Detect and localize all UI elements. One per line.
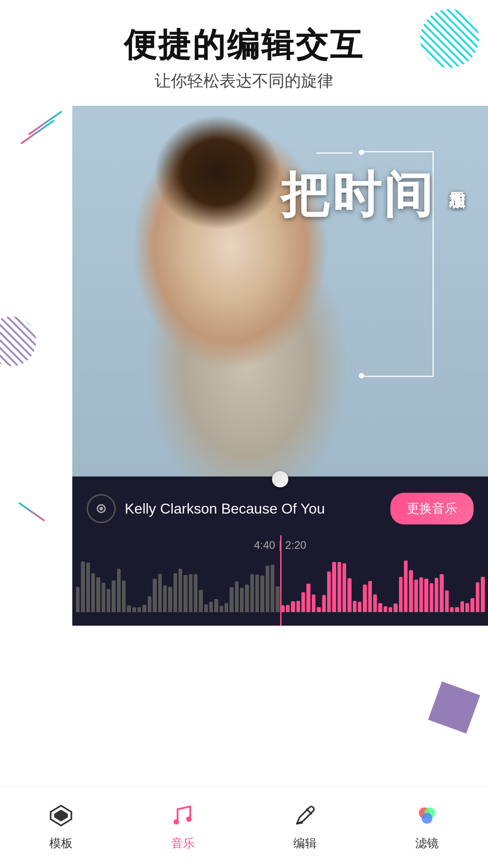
waveform-bar [465,603,469,612]
waveform-bar [132,607,136,612]
waveform-bar [81,561,84,612]
waveform-bar [225,603,228,612]
waveform-bar [260,576,264,612]
nav-label-template: 模板 [49,835,73,851]
waveform-bar [373,594,377,612]
waveform-bar [174,573,177,612]
waveform-bar [214,599,218,613]
waveform-bar [189,574,192,612]
bracket-dot-bottom [359,373,364,378]
bottom-nav: 模板 音乐 编辑 [0,787,488,868]
waveform-bar [158,574,162,612]
waveform-bar [96,577,100,612]
waveform-bar [399,577,403,613]
waveform-bar [301,592,305,612]
waveform-bar [107,589,110,612]
waveform-bar [455,607,459,612]
main-content: 把时间 放在相册里 Kelly Clarkson Because Of You … [0,106,488,626]
music-title: Kelly Clarkson Because Of You [125,500,381,517]
waveform-bar [445,590,449,612]
music-disc-icon [87,494,116,523]
waveform-bar [312,594,315,612]
svg-point-11 [422,813,432,824]
waveform-bar [332,562,336,612]
waveform-bar [317,607,320,612]
scrubber-area[interactable] [72,476,488,482]
nav-label-music: 音乐 [171,835,195,851]
deco-purple-square [428,681,480,733]
waveform-bar [127,605,131,612]
waveform-bar [378,603,382,612]
timestamp-left: 4:40 [254,539,275,552]
waveform-bar [409,570,413,612]
waveform-bar [368,581,372,612]
waveform-bar [435,578,438,612]
photo-text-main: 把时间 [281,169,435,220]
music-icon [171,804,195,831]
waveform-bar [266,566,269,612]
waveform-bar [430,583,433,612]
waveform-bar [353,601,357,613]
waveform-bar [419,577,423,612]
waveform-bar [163,585,167,612]
bracket-line-top [316,152,352,154]
waveform-bar [271,565,274,612]
waveform-bar [306,584,310,612]
waveform-bar [194,574,197,612]
waveform-bar [91,573,95,612]
page-subtitle: 让你轻松表达不同的旋律 [0,70,488,92]
waveform-bar [86,562,90,613]
nav-item-filter[interactable]: 滤镜 [366,797,488,859]
timestamp-right: 2:20 [285,539,306,552]
waveform-bar [117,569,121,612]
waveform-bar [178,569,182,612]
nav-item-music[interactable]: 音乐 [122,797,244,859]
bracket-dot-top [359,150,364,155]
waveform-bar [183,575,187,613]
waveform-bar [291,601,295,612]
waveform-bar [112,580,115,612]
photo-wrapper: 把时间 放在相册里 Kelly Clarkson Because Of You … [72,106,488,626]
waveform-bar [148,596,151,612]
waveform-area[interactable]: 4:40 | 2:20 [72,535,488,626]
photo-area: 把时间 放在相册里 [72,106,488,476]
waveform-bar [276,586,279,612]
page-title: 便捷的编辑交互 [0,27,488,63]
photo-text-overlay: 把时间 放在相册里 [281,169,470,220]
waveform-bar [404,561,408,612]
change-music-button[interactable]: 更换音乐 [390,493,474,524]
nav-item-template[interactable]: 模板 [0,797,122,859]
waveform-bar [235,581,239,612]
waveform-bar [327,571,331,612]
waveform-bar [363,585,366,613]
playhead-line [280,535,282,626]
waveform-bar [450,607,454,612]
waveform-bar [102,583,105,612]
waveform-bar [204,604,208,612]
waveform-bar [440,574,443,612]
waveform-bar [209,602,213,612]
waveform-bar [245,585,249,613]
waveform-bar [389,607,392,612]
waveform-bar [168,587,172,612]
waveform-bar [240,588,244,612]
waveform-bar [199,590,202,612]
waveform-bar [153,579,156,612]
waveform-bar [394,604,397,612]
waveform-bar [424,579,428,613]
svg-line-8 [307,809,311,814]
waveform-bar [470,598,474,612]
svg-marker-1 [54,810,68,821]
filter-icon [415,804,439,831]
waveform-bar [255,575,259,612]
waveform-bar [343,563,346,612]
svg-line-7 [297,823,302,824]
waveform-bar [230,587,233,613]
scrubber-thumb[interactable] [272,471,288,487]
edit-icon [293,804,317,831]
waveform-bar [220,606,223,612]
waveform-bar [384,606,387,612]
waveform-bar [481,577,484,612]
svg-point-5 [174,819,179,825]
nav-item-edit[interactable]: 编辑 [244,797,366,859]
